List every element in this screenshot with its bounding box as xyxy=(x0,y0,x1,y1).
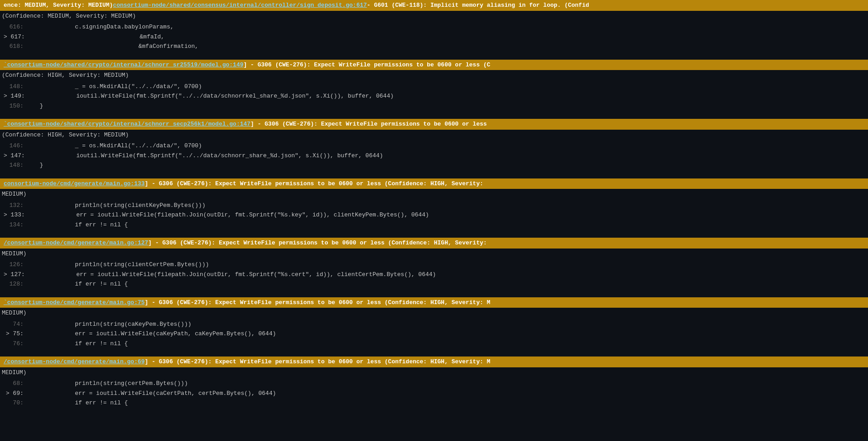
finding-header-6: `consortium-node/cmd/generate/main.go:75… xyxy=(0,297,868,308)
finding-message-5: ] - G306 (CWE-276): Expect WriteFile per… xyxy=(148,239,487,248)
code-block-6: 74: println(string(caKeyPem.Bytes())) > … xyxy=(0,319,868,350)
table-row: 68: println(string(certPem.Bytes())) xyxy=(0,379,868,389)
line-marker xyxy=(27,42,36,51)
line-num: 134: xyxy=(0,220,27,230)
finding-block-7: /consortium-node/cmd/generate/main.go:69… xyxy=(0,357,868,409)
line-num: 616: xyxy=(0,23,27,32)
line-num: > 127: xyxy=(0,270,28,279)
finding-message-3: ] - G306 (CWE-276): Expect WriteFile per… xyxy=(250,120,487,129)
line-content: err = ioutil.WriteFile(filepath.Join(out… xyxy=(38,270,436,279)
finding-filepath-1: consortium-node/shared/consensus/interna… xyxy=(113,1,367,10)
line-num: > 149: xyxy=(0,92,28,101)
line-content: err = ioutil.WriteFile(caCertPath, certP… xyxy=(36,389,276,398)
line-content: _ = os.MkdirAll("../../data/", 0700) xyxy=(36,82,202,91)
finding-header-4: consortium-node/cmd/generate/main.go:133… xyxy=(0,178,868,189)
confidence-7: MEDIUM) xyxy=(0,367,868,378)
spacer xyxy=(0,53,868,60)
code-block-5: 126: println(string(clientCertPem.Bytes(… xyxy=(0,259,868,290)
line-content: ioutil.WriteFile(fmt.Sprintf("../../data… xyxy=(38,151,383,160)
line-content: } xyxy=(36,161,43,170)
line-marker xyxy=(27,339,36,348)
line-marker xyxy=(27,141,36,150)
line-marker xyxy=(27,280,36,289)
finding-header-7: /consortium-node/cmd/generate/main.go:69… xyxy=(0,357,868,367)
finding-filepath-6: `consortium-node/cmd/generate/main.go:75 xyxy=(4,298,145,307)
finding-filepath-4: consortium-node/cmd/generate/main.go:133 xyxy=(4,179,145,188)
line-num: > 69: xyxy=(0,389,27,398)
line-content: println(string(clientCertPem.Bytes())) xyxy=(36,260,209,269)
line-content: if err != nil { xyxy=(36,280,128,289)
table-row: 70: if err != nil { xyxy=(0,398,868,408)
table-row: > 69: err = ioutil.WriteFile(caCertPath,… xyxy=(0,389,868,399)
spacer xyxy=(0,113,868,119)
line-marker xyxy=(28,33,38,42)
code-block-7: 68: println(string(certPem.Bytes())) > 6… xyxy=(0,378,868,409)
line-content: _ = os.MkdirAll("../../data/", 0700) xyxy=(36,141,202,150)
line-content: if err != nil { xyxy=(36,220,128,230)
finding-filepath-7: /consortium-node/cmd/generate/main.go:69 xyxy=(4,357,145,366)
line-marker xyxy=(28,92,38,101)
line-marker xyxy=(27,260,36,269)
table-row: 618: &mfaConfirmation, xyxy=(0,42,868,52)
finding-block-5: /consortium-node/cmd/generate/main.go:12… xyxy=(0,238,868,290)
finding-message-4: ] - G306 (CWE-276): Expect WriteFile per… xyxy=(145,179,483,188)
table-row: > 75: err = ioutil.WriteFile(caKeyPath, … xyxy=(0,329,868,339)
line-content: err = ioutil.WriteFile(filepath.Join(out… xyxy=(38,211,429,220)
finding-message-7: ] - G306 (CWE-276): Expect WriteFile per… xyxy=(145,357,491,366)
line-marker xyxy=(28,270,38,279)
finding-header-1: ence: MEDIUM, Severity: MEDIUM) consorti… xyxy=(0,0,868,11)
finding-header-3: `consortium-node/shared/crypto/internal/… xyxy=(0,119,868,130)
confidence-4: MEDIUM) xyxy=(0,189,868,200)
line-content: } xyxy=(36,102,43,111)
table-row: > 133: err = ioutil.WriteFile(filepath.J… xyxy=(0,210,868,220)
finding-block-2: `consortium-node/shared/crypto/internal/… xyxy=(0,60,868,112)
confidence-6: MEDIUM) xyxy=(0,308,868,319)
table-row: 148: } xyxy=(0,160,868,170)
confidence-1: (Confidence: MEDIUM, Severity: MEDIUM) xyxy=(0,11,868,22)
line-marker xyxy=(27,201,36,210)
finding-prefix-1: ence: MEDIUM, Severity: MEDIUM) xyxy=(4,1,113,10)
line-num: 132: xyxy=(0,201,27,210)
line-content: println(string(certPem.Bytes())) xyxy=(36,379,188,388)
line-num: 146: xyxy=(0,141,27,150)
line-marker xyxy=(27,320,36,329)
table-row: > 127: err = ioutil.WriteFile(filepath.J… xyxy=(0,270,868,280)
line-marker xyxy=(27,161,36,170)
finding-message-2: ] - G306 (CWE-276): Expect WriteFile per… xyxy=(244,61,491,70)
finding-header-2: `consortium-node/shared/crypto/internal/… xyxy=(0,60,868,70)
line-marker xyxy=(28,151,38,160)
table-row: 146: _ = os.MkdirAll("../../data/", 0700… xyxy=(0,141,868,151)
finding-filepath-2: `consortium-node/shared/crypto/internal/… xyxy=(4,61,244,70)
spacer xyxy=(0,172,868,178)
line-marker xyxy=(28,211,38,220)
spacer xyxy=(0,350,868,357)
line-content: c.signingData.babylonParams, xyxy=(36,23,174,32)
code-block-3: 146: _ = os.MkdirAll("../../data/", 0700… xyxy=(0,140,868,171)
line-num: 128: xyxy=(0,280,27,289)
line-content: println(string(clientKeyPem.Bytes())) xyxy=(36,201,205,210)
line-marker xyxy=(27,102,36,111)
finding-block-3: `consortium-node/shared/crypto/internal/… xyxy=(0,119,868,171)
line-content: &mfaId, xyxy=(38,33,165,42)
line-content: ioutil.WriteFile(fmt.Sprintf("../../data… xyxy=(38,92,394,101)
line-content: if err != nil { xyxy=(36,399,128,408)
line-marker xyxy=(27,82,36,91)
line-marker xyxy=(27,379,36,388)
line-content: &mfaConfirmation, xyxy=(36,42,198,51)
code-block-2: 148: _ = os.MkdirAll("../../data/", 0700… xyxy=(0,81,868,112)
line-num: > 75: xyxy=(0,329,27,338)
finding-filepath-3: `consortium-node/shared/crypto/internal/… xyxy=(4,120,250,129)
line-num: 148: xyxy=(0,161,27,170)
table-row: 128: if err != nil { xyxy=(0,279,868,289)
table-row: 76: if err != nil { xyxy=(0,339,868,349)
finding-block-1: ence: MEDIUM, Severity: MEDIUM) consorti… xyxy=(0,0,868,52)
finding-block-6: `consortium-node/cmd/generate/main.go:75… xyxy=(0,297,868,350)
confidence-2: (Confidence: HIGH, Severity: MEDIUM) xyxy=(0,70,868,81)
confidence-5: MEDIUM) xyxy=(0,249,868,259)
terminal-window: ence: MEDIUM, Severity: MEDIUM) consorti… xyxy=(0,0,868,441)
line-num: 150: xyxy=(0,102,27,111)
line-num: > 147: xyxy=(0,151,28,160)
line-num: 126: xyxy=(0,260,27,269)
line-num: 74: xyxy=(0,320,27,329)
line-marker xyxy=(27,389,36,398)
